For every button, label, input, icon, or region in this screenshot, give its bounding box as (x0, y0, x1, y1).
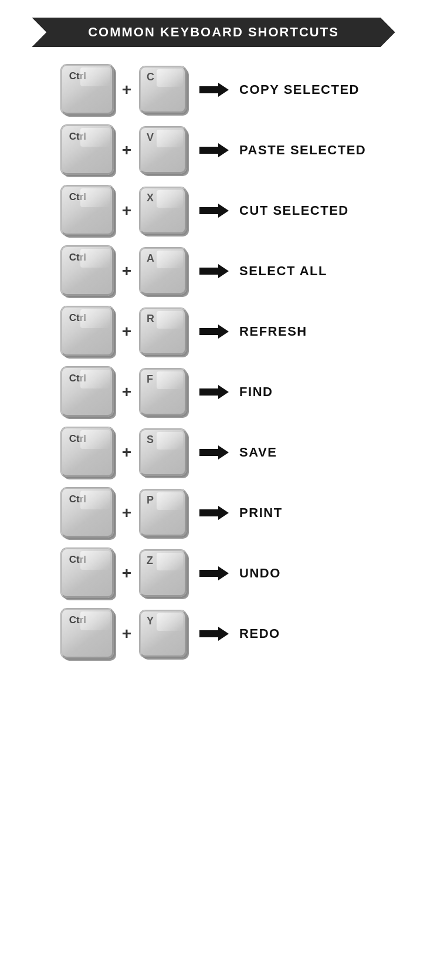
ctrl-key-refresh: Ctrl (61, 306, 114, 356)
svg-marker-7 (199, 506, 229, 520)
ctrl-key-label-save: Ctrl (69, 433, 86, 445)
letter-key-cut: X (140, 187, 187, 234)
plus-sign-undo: + (122, 564, 131, 583)
shortcut-row-refresh: Ctrl + R REFRESH (61, 306, 367, 356)
letter-key-label-select: A (147, 252, 154, 265)
ctrl-key-label-select: Ctrl (69, 252, 86, 263)
shortcut-description-undo: UNDO (239, 566, 281, 581)
shortcut-row-select: Ctrl + A SELECT ALL (61, 246, 367, 296)
ctrl-key-label-undo: Ctrl (69, 554, 86, 566)
plus-sign-paste: + (122, 141, 131, 160)
arrow-icon-save (199, 445, 229, 459)
ctrl-key-label-print: Ctrl (69, 494, 86, 505)
letter-key-label-save: S (147, 434, 154, 446)
shortcut-row-copy: Ctrl + C COPY SELECTED (61, 65, 367, 114)
arrow-icon-select (199, 264, 229, 278)
ctrl-key-paste: Ctrl (61, 125, 114, 175)
shortcut-description-copy: COPY SELECTED (239, 82, 360, 97)
shortcut-description-paste: PASTE SELECTED (239, 143, 366, 158)
shortcut-description-cut: CUT SELECTED (239, 203, 349, 218)
ctrl-key-copy: Ctrl (61, 65, 114, 114)
shortcut-row-undo: Ctrl + Z UNDO (61, 548, 367, 598)
ctrl-key-redo: Ctrl (61, 609, 114, 658)
letter-key-copy: C (140, 66, 187, 113)
ctrl-key-save: Ctrl (61, 427, 114, 477)
shortcuts-list: Ctrl + C COPY SELECTED Ctrl + V (61, 65, 367, 669)
arrow-icon-undo (199, 566, 229, 580)
letter-key-print: P (140, 489, 187, 536)
shortcut-row-save: Ctrl + S SAVE (61, 427, 367, 477)
letter-key-find: F (140, 369, 187, 415)
letter-key-label-find: F (147, 373, 153, 386)
plus-sign-redo: + (122, 624, 131, 643)
svg-marker-5 (199, 385, 229, 399)
letter-key-label-redo: Y (147, 615, 154, 627)
page-title: COMMON KEYBOARD SHORTCUTS (32, 18, 395, 47)
ctrl-key-select: Ctrl (61, 246, 114, 296)
letter-key-label-paste: V (147, 131, 154, 144)
letter-key-select: A (140, 248, 187, 295)
shortcut-row-paste: Ctrl + V PASTE SELECTED (61, 125, 367, 175)
letter-key-undo: Z (140, 550, 187, 597)
ctrl-key-undo: Ctrl (61, 548, 114, 598)
arrow-icon-find (199, 385, 229, 399)
shortcut-row-redo: Ctrl + Y REDO (61, 609, 367, 658)
plus-sign-refresh: + (122, 322, 131, 341)
ctrl-key-label-paste: Ctrl (69, 131, 86, 143)
arrow-icon-refresh (199, 325, 229, 339)
letter-key-redo: Y (140, 610, 187, 657)
plus-sign-copy: + (122, 80, 131, 99)
shortcut-description-refresh: REFRESH (239, 324, 307, 339)
arrow-icon-paste (199, 143, 229, 157)
svg-marker-9 (199, 627, 229, 641)
svg-marker-2 (199, 204, 229, 218)
letter-key-refresh: R (140, 308, 187, 355)
arrow-icon-cut (199, 204, 229, 218)
arrow-icon-print (199, 506, 229, 520)
letter-key-save: S (140, 429, 187, 476)
svg-marker-6 (199, 445, 229, 459)
shortcut-description-save: SAVE (239, 445, 277, 460)
shortcut-description-redo: REDO (239, 626, 280, 641)
ctrl-key-print: Ctrl (61, 488, 114, 538)
ctrl-key-label-redo: Ctrl (69, 614, 86, 626)
shortcut-description-print: PRINT (239, 505, 283, 521)
letter-key-label-refresh: R (147, 313, 154, 325)
shortcut-row-print: Ctrl + P PRINT (61, 488, 367, 538)
ctrl-key-label-find: Ctrl (69, 373, 86, 384)
letter-key-label-copy: C (147, 71, 154, 83)
svg-marker-8 (199, 566, 229, 580)
arrow-icon-redo (199, 627, 229, 641)
shortcut-description-select: SELECT ALL (239, 263, 327, 279)
ctrl-key-label-copy: Ctrl (69, 70, 86, 82)
svg-marker-0 (199, 83, 229, 97)
plus-sign-print: + (122, 503, 131, 522)
shortcut-description-find: FIND (239, 384, 273, 400)
letter-key-label-undo: Z (147, 555, 153, 567)
svg-marker-4 (199, 325, 229, 339)
ctrl-key-cut: Ctrl (61, 185, 114, 235)
ctrl-key-label-cut: Ctrl (69, 191, 86, 203)
letter-key-label-print: P (147, 494, 154, 506)
ctrl-key-find: Ctrl (61, 367, 114, 417)
arrow-icon-copy (199, 83, 229, 97)
shortcut-row-find: Ctrl + F FIND (61, 367, 367, 417)
ctrl-key-label-refresh: Ctrl (69, 312, 86, 324)
plus-sign-cut: + (122, 201, 131, 220)
plus-sign-save: + (122, 443, 131, 462)
letter-key-label-cut: X (147, 192, 154, 204)
plus-sign-find: + (122, 383, 131, 401)
letter-key-paste: V (140, 127, 187, 174)
shortcut-row-cut: Ctrl + X CUT SELECTED (61, 185, 367, 235)
plus-sign-select: + (122, 262, 131, 281)
svg-marker-1 (199, 143, 229, 157)
svg-marker-3 (199, 264, 229, 278)
